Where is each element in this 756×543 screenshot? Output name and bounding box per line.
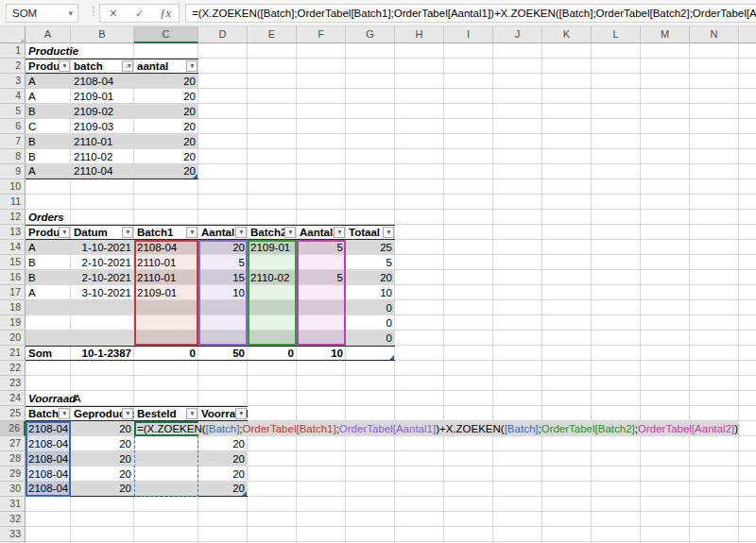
filter-button[interactable]: ▾ bbox=[59, 227, 70, 238]
table-resize-handle[interactable] bbox=[242, 491, 247, 496]
cell-A8[interactable]: B bbox=[26, 149, 71, 164]
filter-button[interactable]: ▾ bbox=[59, 408, 70, 419]
cell-A25[interactable]: Batch▾ bbox=[26, 406, 71, 421]
row-header-16[interactable]: 16 bbox=[0, 270, 26, 285]
column-header-H[interactable]: H bbox=[395, 26, 444, 43]
row-header-31[interactable]: 31 bbox=[0, 497, 26, 512]
row-header-23[interactable]: 23 bbox=[0, 376, 26, 391]
cell-B9[interactable]: 2110-04 bbox=[71, 164, 134, 179]
filter-button[interactable]: ▾ bbox=[383, 227, 394, 238]
row-header-4[interactable]: 4 bbox=[0, 89, 26, 104]
cell-B2[interactable]: batch↓▾ bbox=[71, 59, 134, 74]
row-header-18[interactable]: 18 bbox=[0, 300, 26, 315]
filter-button[interactable]: ▾ bbox=[122, 408, 133, 419]
cell-B18[interactable] bbox=[71, 300, 134, 315]
cell-F21[interactable]: 10 bbox=[297, 346, 346, 361]
row-header-26[interactable]: 26 bbox=[0, 421, 26, 436]
cell-C4[interactable]: 20 bbox=[134, 89, 198, 104]
row-header-27[interactable]: 27 bbox=[0, 436, 26, 451]
column-header-F[interactable]: F bbox=[297, 26, 346, 43]
name-box[interactable]: SOM ▾ bbox=[6, 4, 78, 23]
cell-D29[interactable]: 20 bbox=[198, 467, 248, 482]
column-header-D[interactable]: D bbox=[198, 26, 248, 43]
formula-bar-input[interactable]: =(X.ZOEKEN([Batch];OrderTabel[Batch1];Or… bbox=[185, 4, 756, 23]
column-header-N[interactable]: N bbox=[690, 26, 739, 43]
cell-A12[interactable]: Orders bbox=[26, 210, 71, 225]
row-header-24[interactable]: 24 bbox=[0, 391, 26, 406]
cell-G19[interactable]: 0 bbox=[346, 315, 395, 331]
row-header-32[interactable]: 32 bbox=[0, 512, 26, 527]
filter-button[interactable]: ▾ bbox=[334, 227, 345, 238]
filter-button[interactable]: ▾ bbox=[235, 408, 247, 419]
column-header-C[interactable]: C bbox=[134, 26, 198, 43]
row-header-3[interactable]: 3 bbox=[0, 74, 26, 89]
cell-B15[interactable]: 2-10-2021 bbox=[71, 255, 134, 270]
row-header-2[interactable]: 2 bbox=[0, 59, 26, 74]
cell-D30[interactable]: 20 bbox=[198, 482, 248, 497]
cell-C2[interactable]: aantal▾ bbox=[134, 59, 198, 74]
cell-G16[interactable]: 20 bbox=[346, 270, 395, 285]
row-header-1[interactable]: 1 bbox=[0, 43, 26, 59]
column-header-O[interactable]: O bbox=[739, 26, 756, 43]
cell-A16[interactable]: B bbox=[26, 270, 71, 285]
insert-function-icon[interactable]: ƒx bbox=[152, 5, 179, 22]
cell-B27[interactable]: 20 bbox=[71, 436, 134, 451]
cell-G14[interactable]: 25 bbox=[346, 240, 395, 255]
filter-button[interactable]: ▾ bbox=[59, 60, 70, 72]
cell-B29[interactable]: 20 bbox=[71, 467, 134, 482]
cell-B7[interactable]: 2110-01 bbox=[71, 134, 134, 149]
cell-B20[interactable] bbox=[71, 331, 134, 346]
cell-A14[interactable]: A bbox=[26, 240, 71, 255]
row-header-15[interactable]: 15 bbox=[0, 255, 26, 270]
row-header-11[interactable]: 11 bbox=[0, 195, 26, 210]
cell-C13[interactable]: Batch1▾ bbox=[134, 225, 198, 240]
cell-B13[interactable]: Datum▾ bbox=[71, 225, 134, 240]
cell-G17[interactable]: 10 bbox=[346, 285, 395, 300]
cell-A9[interactable]: A bbox=[26, 164, 71, 179]
column-header-I[interactable]: I bbox=[444, 26, 493, 43]
cell-A18[interactable] bbox=[26, 300, 71, 315]
filter-sort-button[interactable]: ↓▾ bbox=[122, 60, 133, 72]
cell-A20[interactable] bbox=[26, 331, 71, 346]
select-all-corner[interactable]: ◢ bbox=[0, 26, 26, 43]
cell-B6[interactable]: 2109-03 bbox=[71, 119, 134, 134]
cell-B14[interactable]: 1-10-2021 bbox=[71, 240, 134, 255]
row-header-9[interactable]: 9 bbox=[0, 164, 26, 179]
row-header-28[interactable]: 28 bbox=[0, 451, 26, 467]
cell-A6[interactable]: C bbox=[26, 119, 71, 134]
cell-A2[interactable]: Product▾ bbox=[26, 59, 71, 74]
cell-C5[interactable]: 20 bbox=[134, 104, 198, 119]
cell-D13[interactable]: Aantal1▾ bbox=[198, 225, 248, 240]
cancel-icon[interactable]: ✕ bbox=[100, 5, 127, 22]
cell-A4[interactable]: A bbox=[26, 89, 71, 104]
cell-G20[interactable]: 0 bbox=[346, 331, 395, 346]
cell-A7[interactable]: B bbox=[26, 134, 71, 149]
row-header-29[interactable]: 29 bbox=[0, 467, 26, 482]
row-header-33[interactable]: 33 bbox=[0, 527, 26, 542]
cell-G15[interactable]: 5 bbox=[346, 255, 395, 270]
row-header-14[interactable]: 14 bbox=[0, 240, 26, 255]
cell-C8[interactable]: 20 bbox=[134, 149, 198, 164]
filter-button[interactable]: ▾ bbox=[122, 227, 133, 238]
cell-A21[interactable]: Som bbox=[26, 346, 71, 361]
cell-D25[interactable]: Voorraad▾ bbox=[198, 406, 248, 421]
cell-B25[interactable]: Geproduceerd▾ bbox=[71, 406, 134, 421]
cell-B21[interactable]: 10-1-2387 bbox=[71, 346, 134, 361]
cell-B30[interactable]: 20 bbox=[71, 482, 134, 497]
cell-B24[interactable]: A bbox=[71, 391, 134, 406]
cell-C3[interactable]: 20 bbox=[134, 74, 198, 89]
filter-button[interactable]: ▾ bbox=[235, 227, 247, 238]
column-header-J[interactable]: J bbox=[493, 26, 542, 43]
row-header-8[interactable]: 8 bbox=[0, 149, 26, 164]
cell-E21[interactable]: 0 bbox=[248, 346, 297, 361]
row-header-13[interactable]: 13 bbox=[0, 225, 26, 240]
row-header-20[interactable]: 20 bbox=[0, 331, 26, 346]
column-header-B[interactable]: B bbox=[71, 26, 134, 43]
table-resize-handle[interactable] bbox=[389, 355, 394, 360]
row-header-6[interactable]: 6 bbox=[0, 119, 26, 134]
cell-B8[interactable]: 2110-02 bbox=[71, 149, 134, 164]
cell-C25[interactable]: Besteld▾ bbox=[134, 406, 198, 421]
row-header-10[interactable]: 10 bbox=[0, 179, 26, 195]
row-header-5[interactable]: 5 bbox=[0, 104, 26, 119]
row-header-19[interactable]: 19 bbox=[0, 315, 26, 331]
